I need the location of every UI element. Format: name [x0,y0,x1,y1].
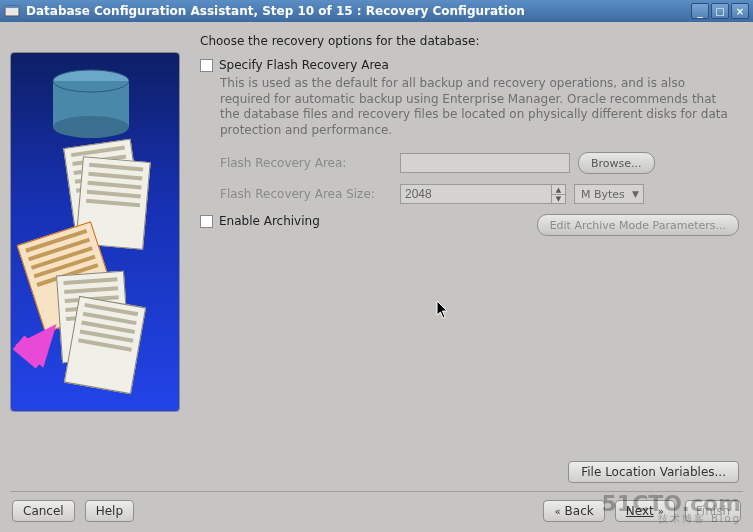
flash-size-spinner[interactable]: ▲ ▼ [400,184,566,204]
flash-size-unit-select[interactable]: M Bytes ▼ [574,184,644,204]
close-button[interactable]: × [731,3,749,19]
flash-size-input[interactable] [401,185,551,203]
enable-archiving-label: Enable Archiving [219,214,320,228]
flash-area-label: Flash Recovery Area: [220,156,400,170]
enable-archiving-checkbox[interactable] [200,215,213,228]
flash-area-input[interactable] [400,153,570,173]
window-title: Database Configuration Assistant, Step 1… [26,4,691,18]
cancel-button[interactable]: Cancel [12,500,75,522]
flash-size-unit-label: M Bytes [581,188,625,201]
spinner-up-icon[interactable]: ▲ [551,185,565,195]
specify-flash-checkbox[interactable] [200,59,213,72]
next-button[interactable]: Next » [615,500,675,522]
specify-flash-label: Specify Flash Recovery Area [219,58,389,72]
chevron-down-icon: ▼ [632,189,639,199]
chevron-right-icon: » [658,506,664,517]
chevron-left-icon: « [554,506,560,517]
options-panel: Choose the recovery options for the data… [180,30,743,457]
flash-description: This is used as the default for all back… [220,76,739,138]
finish-button[interactable]: Finish [685,500,741,522]
intro-text: Choose the recovery options for the data… [200,34,739,48]
window-titlebar: Database Configuration Assistant, Step 1… [0,0,753,22]
edit-archive-button[interactable]: Edit Archive Mode Parameters... [537,214,739,236]
divider [10,491,743,492]
app-icon [4,3,20,19]
next-label: Next [626,504,654,518]
content-area: Choose the recovery options for the data… [0,22,753,532]
wizard-footer: Cancel Help « Back Next » Finish [10,498,743,526]
flash-size-label: Flash Recovery Area Size: [220,187,400,201]
browse-button[interactable]: Browse... [578,152,655,174]
svg-rect-1 [5,6,19,8]
wizard-illustration [10,52,180,412]
arrow-icon [15,313,75,373]
back-button[interactable]: « Back [543,500,604,522]
file-location-variables-button[interactable]: File Location Variables... [568,461,739,483]
help-button[interactable]: Help [85,500,134,522]
minimize-button[interactable]: _ [691,3,709,19]
back-label: Back [565,504,594,518]
spinner-down-icon[interactable]: ▼ [551,195,565,204]
maximize-button[interactable]: □ [711,3,729,19]
